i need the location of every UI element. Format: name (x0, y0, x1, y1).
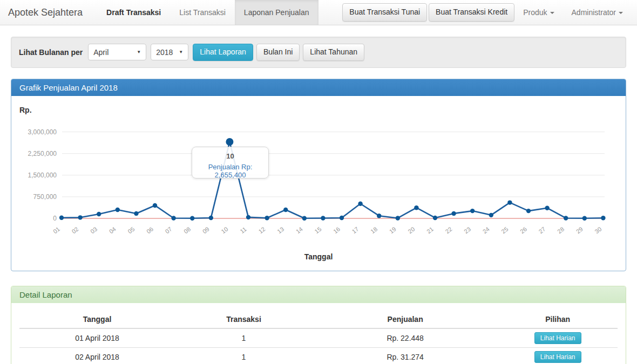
data-point[interactable] (414, 205, 418, 210)
x-tick-label: 13 (276, 225, 285, 235)
column-header-pilihan: Pilihan (498, 311, 618, 328)
x-tick-label: 01 (52, 225, 61, 235)
x-tick-label: 10 (220, 225, 229, 235)
x-tick-label: 20 (406, 225, 416, 235)
year-select[interactable]: 2018 ▼ (151, 44, 188, 60)
data-point[interactable] (190, 216, 194, 220)
caret-down-icon (619, 12, 623, 14)
data-point[interactable] (116, 208, 120, 212)
x-axis-title: Tanggal (11, 252, 626, 261)
cell-tanggal: 01 April 2018 (19, 328, 175, 348)
lihat-harian-button[interactable]: Lihat Harian (534, 351, 581, 363)
detail-report-table: Tanggal Transaksi Penjualan Pilihan 01 A… (19, 311, 618, 364)
filter-bar: Lihat Bulanan per April ▼ 2018 ▼ Lihat L… (11, 37, 626, 68)
cell-penjualan: Rp. 31.274 (313, 347, 498, 364)
x-tick-label: 26 (519, 225, 528, 235)
data-point[interactable] (451, 211, 456, 216)
x-tick-label: 04 (108, 225, 117, 235)
chart-area: Rp. 0750,0001,500,0002,250,0003,000,0000… (11, 96, 626, 271)
x-tick-label: 11 (239, 225, 247, 234)
data-point[interactable] (564, 216, 568, 220)
tooltip-value: Penjualan Rp: 2,655,400 (192, 163, 268, 179)
data-point[interactable] (97, 212, 101, 216)
navbar: Apotek Sejahtera Draft Transaksi List Tr… (0, 0, 637, 25)
chart-panel-title: Grafik Penjualan April 2018 (11, 79, 626, 96)
x-tick-label: 02 (71, 225, 80, 235)
data-point[interactable] (265, 216, 269, 220)
data-point[interactable] (134, 211, 138, 216)
tooltip-day: 10 (192, 152, 268, 160)
sales-chart-panel: Grafik Penjualan April 2018 Rp. 0750,000… (11, 79, 626, 271)
data-point[interactable] (433, 216, 437, 220)
nav-item-list-transaksi[interactable]: List Transaksi (170, 0, 235, 25)
lihat-tahunan-button[interactable]: Lihat Tahunan (303, 44, 364, 61)
data-point[interactable] (489, 213, 493, 217)
lihat-harian-button[interactable]: Lihat Harian (534, 332, 581, 344)
x-tick-label: 25 (500, 225, 509, 235)
x-tick-label: 28 (556, 225, 565, 235)
x-tick-label: 12 (257, 225, 267, 235)
data-point[interactable] (78, 215, 82, 219)
x-tick-label: 18 (369, 225, 378, 235)
x-tick-label: 19 (388, 225, 397, 235)
detail-panel-title: Detail Laporan (11, 286, 626, 303)
x-tick-label: 15 (313, 225, 322, 235)
x-tick-label: 05 (126, 225, 135, 235)
month-select[interactable]: April ▼ (88, 44, 146, 60)
column-header-penjualan: Penjualan (313, 311, 498, 328)
data-point[interactable] (59, 215, 64, 219)
buat-transaksi-kredit-button[interactable]: Buat Transaksi Kredit (429, 3, 514, 22)
detail-report-panel: Detail Laporan Tanggal Transaksi Penjual… (11, 286, 626, 364)
select-arrow-icon: ▼ (179, 50, 183, 54)
detail-panel-body: Tanggal Transaksi Penjualan Pilihan 01 A… (11, 303, 626, 364)
x-tick-label: 22 (444, 225, 453, 235)
nav-item-draft-transaksi[interactable]: Draft Transaksi (97, 0, 170, 25)
data-point[interactable] (526, 209, 531, 213)
data-point[interactable] (545, 205, 549, 210)
data-point[interactable] (340, 216, 344, 220)
buat-transaksi-tunai-button[interactable]: Buat Transaksi Tunai (342, 3, 427, 22)
data-point[interactable] (377, 214, 381, 218)
x-tick-label: 21 (425, 225, 435, 235)
table-header-row: Tanggal Transaksi Penjualan Pilihan (19, 311, 618, 328)
cell-tanggal: 02 April 2018 (19, 347, 175, 364)
column-header-tanggal: Tanggal (19, 311, 175, 328)
data-point[interactable] (321, 216, 325, 220)
y-tick-label: 1,500,000 (28, 171, 57, 179)
caret-down-icon (550, 12, 554, 14)
y-tick-label: 750,000 (33, 193, 57, 201)
chart-tooltip: 10 Penjualan Rp: 2,655,400 (192, 147, 269, 178)
x-tick-label: 30 (593, 225, 602, 235)
table-row: 02 April 2018 1 Rp. 31.274 Lihat Harian (19, 347, 618, 364)
data-point[interactable] (601, 216, 605, 220)
data-point-highlighted[interactable] (226, 138, 233, 146)
brand[interactable]: Apotek Sejahtera (0, 0, 91, 25)
data-point[interactable] (358, 201, 362, 205)
x-tick-label: 09 (201, 225, 211, 235)
data-point[interactable] (470, 209, 475, 213)
administrator-dropdown[interactable]: Administrator (563, 0, 632, 25)
month-select-value: April (93, 48, 109, 57)
x-tick-label: 23 (463, 225, 472, 235)
y-tick-label: 0 (53, 215, 57, 222)
cell-transaksi: 1 (175, 328, 313, 348)
data-point[interactable] (396, 216, 400, 220)
produk-dropdown[interactable]: Produk (514, 0, 563, 25)
data-point[interactable] (507, 200, 512, 204)
data-point[interactable] (171, 216, 175, 220)
bulan-ini-button[interactable]: Bulan Ini (256, 44, 300, 61)
x-tick-label: 24 (482, 225, 491, 235)
data-point[interactable] (246, 215, 250, 219)
produk-dropdown-label: Produk (523, 8, 547, 17)
data-point[interactable] (209, 216, 213, 220)
navbar-right: Buat Transaksi Tunai Buat Transaksi Kred… (341, 0, 637, 25)
data-point[interactable] (153, 203, 157, 208)
x-tick-label: 17 (351, 225, 360, 235)
data-point[interactable] (283, 208, 288, 212)
data-point[interactable] (302, 216, 307, 220)
nav-item-laporan-penjualan[interactable]: Laponan Penjualan (235, 0, 318, 25)
data-point[interactable] (582, 216, 587, 220)
sales-line-chart: 0750,0001,500,0002,250,0003,000,00001020… (11, 96, 626, 247)
filter-label: Lihat Bulanan per (19, 48, 83, 57)
lihat-laporan-button[interactable]: Lihat Laporan (193, 44, 253, 61)
